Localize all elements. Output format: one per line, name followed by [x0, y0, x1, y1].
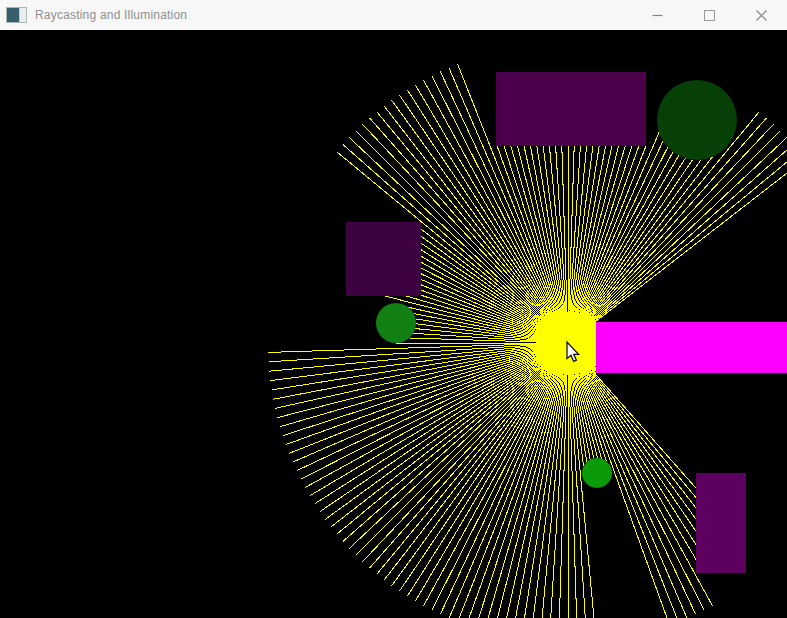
- window-title: Raycasting and Illumination: [35, 8, 187, 22]
- minimize-icon: [652, 10, 663, 21]
- obstacle-bottom-right-rect: [696, 473, 746, 573]
- obstacle-bottom-circle: [582, 458, 612, 488]
- app-window: Raycasting and Illumination: [0, 0, 787, 618]
- obstacle-left-square: [346, 222, 421, 296]
- raycast-scene: [0, 30, 787, 618]
- app-icon-dark-block: [7, 8, 19, 22]
- close-icon: [756, 10, 767, 21]
- obstacle-big-circle: [657, 80, 737, 160]
- close-button[interactable]: [735, 0, 787, 30]
- maximize-button[interactable]: [683, 0, 735, 30]
- app-icon-light-block: [19, 8, 26, 22]
- raycast-canvas[interactable]: [0, 30, 787, 618]
- maximize-icon: [704, 10, 715, 21]
- minimize-button[interactable]: [631, 0, 683, 30]
- obstacle-left-circle: [376, 303, 416, 343]
- window-titlebar: Raycasting and Illumination: [0, 0, 787, 30]
- obstacle-magenta-bar: [596, 322, 787, 373]
- pygame-app-icon: [6, 7, 27, 23]
- obstacle-top-rect: [496, 72, 646, 146]
- window-controls: [631, 0, 787, 30]
